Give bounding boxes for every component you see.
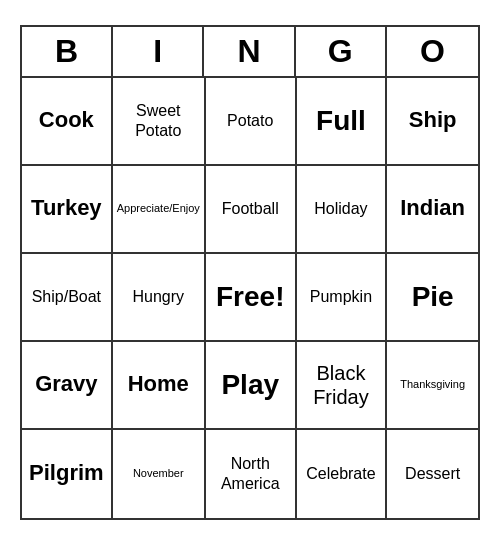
cell-r3-c0: Gravy xyxy=(22,342,113,430)
cell-text-r1-c4: Indian xyxy=(400,195,465,221)
bingo-grid: CookSweet PotatoPotatoFullShipTurkeyAppr… xyxy=(22,78,478,518)
cell-r0-c4: Ship xyxy=(387,78,478,166)
cell-r2-c4: Pie xyxy=(387,254,478,342)
cell-text-r0-c1: Sweet Potato xyxy=(117,101,200,139)
cell-text-r2-c0: Ship/Boat xyxy=(32,287,101,306)
cell-text-r4-c2: North America xyxy=(210,454,291,492)
cell-text-r3-c4: Thanksgiving xyxy=(400,378,465,391)
header-letter-n: N xyxy=(204,27,295,76)
cell-text-r4-c0: Pilgrim xyxy=(29,460,104,486)
cell-text-r3-c0: Gravy xyxy=(35,371,97,397)
cell-r2-c2: Free! xyxy=(206,254,297,342)
bingo-card: BINGO CookSweet PotatoPotatoFullShipTurk… xyxy=(20,25,480,520)
cell-r3-c1: Home xyxy=(113,342,206,430)
cell-text-r1-c0: Turkey xyxy=(31,195,102,221)
cell-r1-c0: Turkey xyxy=(22,166,113,254)
cell-text-r4-c4: Dessert xyxy=(405,464,460,483)
cell-text-r1-c2: Football xyxy=(222,199,279,218)
cell-r2-c1: Hungry xyxy=(113,254,206,342)
cell-r1-c4: Indian xyxy=(387,166,478,254)
cell-text-r3-c2: Play xyxy=(221,368,279,402)
cell-r2-c3: Pumpkin xyxy=(297,254,388,342)
cell-r2-c0: Ship/Boat xyxy=(22,254,113,342)
cell-r4-c2: North America xyxy=(206,430,297,518)
cell-r3-c4: Thanksgiving xyxy=(387,342,478,430)
cell-text-r1-c3: Holiday xyxy=(314,199,367,218)
cell-text-r3-c1: Home xyxy=(128,371,189,397)
cell-r3-c3: Black Friday xyxy=(297,342,388,430)
bingo-header: BINGO xyxy=(22,27,478,78)
cell-r3-c2: Play xyxy=(206,342,297,430)
cell-r1-c3: Holiday xyxy=(297,166,388,254)
cell-text-r4-c1: November xyxy=(133,467,184,480)
cell-r4-c4: Dessert xyxy=(387,430,478,518)
cell-text-r2-c2: Free! xyxy=(216,280,284,314)
cell-r1-c1: Appreciate/Enjoy xyxy=(113,166,206,254)
cell-r4-c1: November xyxy=(113,430,206,518)
cell-text-r2-c4: Pie xyxy=(412,280,454,314)
header-letter-g: G xyxy=(296,27,387,76)
cell-text-r4-c3: Celebrate xyxy=(306,464,375,483)
header-letter-b: B xyxy=(22,27,113,76)
cell-text-r0-c2: Potato xyxy=(227,111,273,130)
cell-text-r0-c0: Cook xyxy=(39,107,94,133)
header-letter-o: O xyxy=(387,27,478,76)
cell-text-r0-c4: Ship xyxy=(409,107,457,133)
cell-text-r2-c3: Pumpkin xyxy=(310,287,372,306)
cell-r0-c2: Potato xyxy=(206,78,297,166)
cell-text-r2-c1: Hungry xyxy=(133,287,185,306)
cell-r1-c2: Football xyxy=(206,166,297,254)
header-letter-i: I xyxy=(113,27,204,76)
cell-text-r0-c3: Full xyxy=(316,104,366,138)
cell-text-r3-c3: Black Friday xyxy=(301,361,382,409)
cell-r0-c3: Full xyxy=(297,78,388,166)
cell-text-r1-c1: Appreciate/Enjoy xyxy=(117,202,200,215)
cell-r0-c1: Sweet Potato xyxy=(113,78,206,166)
cell-r4-c0: Pilgrim xyxy=(22,430,113,518)
cell-r0-c0: Cook xyxy=(22,78,113,166)
cell-r4-c3: Celebrate xyxy=(297,430,388,518)
